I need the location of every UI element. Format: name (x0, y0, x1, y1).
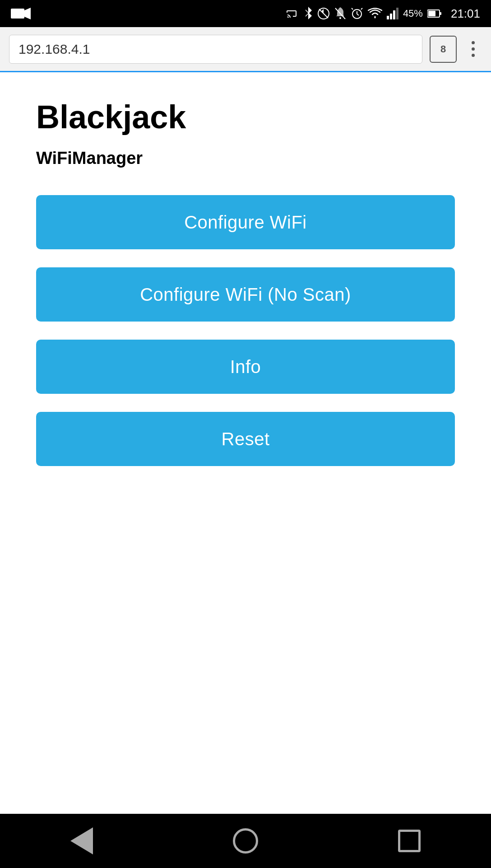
main-content: Blackjack WiFiManager Configure WiFi Con… (0, 72, 491, 814)
signal-icon (387, 8, 398, 19)
menu-dot-3 (472, 54, 475, 57)
svg-line-9 (361, 8, 362, 9)
battery-percentage: 45% (403, 8, 423, 19)
wifi-icon (368, 8, 382, 19)
buttons-container: Configure WiFi Configure WiFi (No Scan) … (36, 195, 455, 466)
svg-rect-11 (390, 14, 392, 19)
page-title: Blackjack (36, 99, 455, 135)
info-button[interactable]: Info (36, 340, 455, 394)
svg-point-4 (339, 17, 341, 19)
back-button[interactable] (64, 823, 100, 859)
svg-rect-10 (387, 16, 389, 19)
svg-rect-13 (396, 8, 398, 19)
tab-count-button[interactable]: 8 (430, 36, 457, 63)
svg-rect-16 (440, 12, 441, 15)
reset-button[interactable]: Reset (36, 412, 455, 466)
status-bar-right: 45% 21:01 (287, 7, 480, 21)
mute-icon (317, 7, 330, 20)
alarm-icon (351, 7, 363, 20)
cast-icon (287, 8, 299, 19)
menu-dot-1 (472, 41, 475, 44)
battery-icon (427, 9, 442, 19)
home-button[interactable] (227, 823, 264, 859)
configure-wifi-no-scan-button[interactable]: Configure WiFi (No Scan) (36, 267, 455, 322)
configure-wifi-button[interactable]: Configure WiFi (36, 195, 455, 249)
svg-line-7 (357, 14, 359, 15)
camera-icon (11, 7, 31, 20)
back-icon (70, 827, 93, 854)
url-input[interactable] (9, 35, 422, 64)
svg-rect-12 (393, 10, 395, 19)
menu-dot-2 (472, 47, 475, 51)
page-subtitle: WiFiManager (36, 149, 455, 168)
home-icon (233, 828, 258, 854)
browser-menu-button[interactable] (464, 36, 482, 63)
recents-button[interactable] (391, 823, 427, 859)
nav-bar (0, 814, 491, 868)
status-bar: 45% 21:01 (0, 0, 491, 27)
bluetooth-icon (304, 7, 313, 20)
status-time: 21:01 (451, 7, 480, 21)
svg-rect-15 (428, 11, 435, 16)
tab-count-label: 8 (440, 43, 446, 55)
svg-line-8 (352, 8, 353, 9)
browser-bar: 8 (0, 27, 491, 72)
recents-icon (398, 830, 421, 852)
svg-rect-0 (11, 9, 24, 19)
status-bar-left (11, 7, 31, 20)
notification-off-icon (334, 7, 346, 20)
svg-marker-1 (24, 8, 31, 19)
